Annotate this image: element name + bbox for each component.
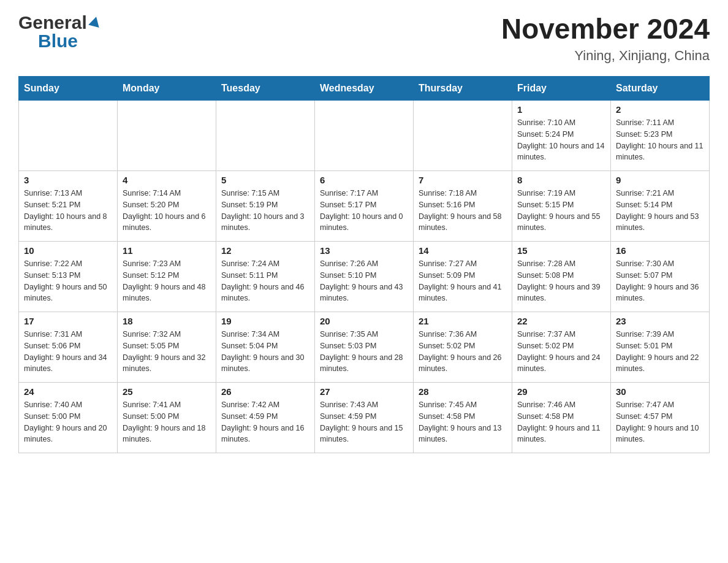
day-info: Sunrise: 7:11 AMSunset: 5:23 PMDaylight:… <box>616 117 704 163</box>
day-info: Sunrise: 7:13 AMSunset: 5:21 PMDaylight:… <box>24 188 112 234</box>
col-tuesday: Tuesday <box>216 77 315 101</box>
cell-4-2: 26 Sunrise: 7:42 AMSunset: 4:59 PMDaylig… <box>216 383 315 453</box>
day-info: Sunrise: 7:42 AMSunset: 4:59 PMDaylight:… <box>221 399 309 445</box>
day-info: Sunrise: 7:30 AMSunset: 5:07 PMDaylight:… <box>616 258 704 304</box>
day-number: 9 <box>616 175 704 185</box>
day-info: Sunrise: 7:47 AMSunset: 4:57 PMDaylight:… <box>616 399 704 445</box>
logo-general-text: General <box>18 12 87 33</box>
day-info: Sunrise: 7:22 AMSunset: 5:13 PMDaylight:… <box>24 258 112 304</box>
week-row-4: 24 Sunrise: 7:40 AMSunset: 5:00 PMDaylig… <box>19 383 710 453</box>
cell-1-1: 4 Sunrise: 7:14 AMSunset: 5:20 PMDayligh… <box>118 171 216 242</box>
cell-3-4: 21 Sunrise: 7:36 AMSunset: 5:02 PMDaylig… <box>414 312 512 383</box>
week-row-3: 17 Sunrise: 7:31 AMSunset: 5:06 PMDaylig… <box>19 312 710 383</box>
cell-2-3: 13 Sunrise: 7:26 AMSunset: 5:10 PMDaylig… <box>315 242 414 312</box>
day-number: 26 <box>221 386 309 397</box>
cell-2-4: 14 Sunrise: 7:27 AMSunset: 5:09 PMDaylig… <box>414 242 512 312</box>
day-number: 3 <box>24 175 112 185</box>
week-row-0: 1 Sunrise: 7:10 AMSunset: 5:24 PMDayligh… <box>19 101 710 171</box>
cell-3-3: 20 Sunrise: 7:35 AMSunset: 5:03 PMDaylig… <box>315 312 414 383</box>
day-info: Sunrise: 7:45 AMSunset: 4:58 PMDaylight:… <box>419 399 507 445</box>
day-info: Sunrise: 7:39 AMSunset: 5:01 PMDaylight:… <box>616 329 704 375</box>
day-info: Sunrise: 7:26 AMSunset: 5:10 PMDaylight:… <box>320 258 408 304</box>
col-thursday: Thursday <box>414 77 512 101</box>
day-info: Sunrise: 7:21 AMSunset: 5:14 PMDaylight:… <box>616 188 704 234</box>
day-info: Sunrise: 7:10 AMSunset: 5:24 PMDaylight:… <box>517 117 605 163</box>
col-friday: Friday <box>512 77 611 101</box>
cell-2-6: 16 Sunrise: 7:30 AMSunset: 5:07 PMDaylig… <box>611 242 710 312</box>
cell-4-6: 30 Sunrise: 7:47 AMSunset: 4:57 PMDaylig… <box>611 383 710 453</box>
logo: General Blue <box>18 12 100 52</box>
day-info: Sunrise: 7:17 AMSunset: 5:17 PMDaylight:… <box>320 188 408 234</box>
cell-2-1: 11 Sunrise: 7:23 AMSunset: 5:12 PMDaylig… <box>118 242 216 312</box>
day-info: Sunrise: 7:18 AMSunset: 5:16 PMDaylight:… <box>419 188 507 234</box>
header: General Blue November 2024 Yining, Xinji… <box>18 12 710 64</box>
day-number: 30 <box>616 386 704 397</box>
week-row-2: 10 Sunrise: 7:22 AMSunset: 5:13 PMDaylig… <box>19 242 710 312</box>
cell-0-3 <box>315 101 414 171</box>
day-number: 27 <box>320 386 408 397</box>
day-number: 28 <box>419 386 507 397</box>
cell-1-5: 8 Sunrise: 7:19 AMSunset: 5:15 PMDayligh… <box>512 171 611 242</box>
cell-2-0: 10 Sunrise: 7:22 AMSunset: 5:13 PMDaylig… <box>19 242 118 312</box>
day-number: 5 <box>221 175 309 185</box>
day-info: Sunrise: 7:28 AMSunset: 5:08 PMDaylight:… <box>517 258 605 304</box>
day-number: 4 <box>123 175 211 185</box>
cell-3-2: 19 Sunrise: 7:34 AMSunset: 5:04 PMDaylig… <box>216 312 315 383</box>
day-number: 16 <box>616 245 704 256</box>
cell-3-6: 23 Sunrise: 7:39 AMSunset: 5:01 PMDaylig… <box>611 312 710 383</box>
cell-0-1 <box>118 101 216 171</box>
cell-3-1: 18 Sunrise: 7:32 AMSunset: 5:05 PMDaylig… <box>118 312 216 383</box>
day-number: 15 <box>517 245 605 256</box>
day-number: 7 <box>419 175 507 185</box>
cell-1-3: 6 Sunrise: 7:17 AMSunset: 5:17 PMDayligh… <box>315 171 414 242</box>
cell-1-6: 9 Sunrise: 7:21 AMSunset: 5:14 PMDayligh… <box>611 171 710 242</box>
day-number: 23 <box>616 316 704 326</box>
cell-0-6: 2 Sunrise: 7:11 AMSunset: 5:23 PMDayligh… <box>611 101 710 171</box>
day-number: 22 <box>517 316 605 326</box>
day-number: 17 <box>24 316 112 326</box>
cell-4-5: 29 Sunrise: 7:46 AMSunset: 4:58 PMDaylig… <box>512 383 611 453</box>
header-row: Sunday Monday Tuesday Wednesday Thursday… <box>19 77 710 101</box>
cell-1-2: 5 Sunrise: 7:15 AMSunset: 5:19 PMDayligh… <box>216 171 315 242</box>
day-number: 18 <box>123 316 211 326</box>
day-info: Sunrise: 7:31 AMSunset: 5:06 PMDaylight:… <box>24 329 112 375</box>
day-number: 24 <box>24 386 112 397</box>
day-number: 13 <box>320 245 408 256</box>
cell-4-1: 25 Sunrise: 7:41 AMSunset: 5:00 PMDaylig… <box>118 383 216 453</box>
day-number: 29 <box>517 386 605 397</box>
calendar-title: November 2024 <box>501 12 710 45</box>
day-info: Sunrise: 7:40 AMSunset: 5:00 PMDaylight:… <box>24 399 112 445</box>
day-number: 8 <box>517 175 605 185</box>
day-info: Sunrise: 7:41 AMSunset: 5:00 PMDaylight:… <box>123 399 211 445</box>
day-info: Sunrise: 7:23 AMSunset: 5:12 PMDaylight:… <box>123 258 211 304</box>
day-number: 2 <box>616 104 704 115</box>
day-number: 10 <box>24 245 112 256</box>
cell-2-2: 12 Sunrise: 7:24 AMSunset: 5:11 PMDaylig… <box>216 242 315 312</box>
day-info: Sunrise: 7:43 AMSunset: 4:59 PMDaylight:… <box>320 399 408 445</box>
week-row-1: 3 Sunrise: 7:13 AMSunset: 5:21 PMDayligh… <box>19 171 710 242</box>
calendar-subtitle: Yining, Xinjiang, China <box>501 48 710 64</box>
cell-0-4 <box>414 101 512 171</box>
cell-2-5: 15 Sunrise: 7:28 AMSunset: 5:08 PMDaylig… <box>512 242 611 312</box>
day-info: Sunrise: 7:32 AMSunset: 5:05 PMDaylight:… <box>123 329 211 375</box>
title-area: November 2024 Yining, Xinjiang, China <box>501 12 710 64</box>
cell-0-0 <box>19 101 118 171</box>
day-info: Sunrise: 7:36 AMSunset: 5:02 PMDaylight:… <box>419 329 507 375</box>
day-number: 14 <box>419 245 507 256</box>
cell-4-4: 28 Sunrise: 7:45 AMSunset: 4:58 PMDaylig… <box>414 383 512 453</box>
col-saturday: Saturday <box>611 77 710 101</box>
day-number: 12 <box>221 245 309 256</box>
day-number: 25 <box>123 386 211 397</box>
day-info: Sunrise: 7:27 AMSunset: 5:09 PMDaylight:… <box>419 258 507 304</box>
col-monday: Monday <box>118 77 216 101</box>
day-number: 1 <box>517 104 605 115</box>
cell-3-5: 22 Sunrise: 7:37 AMSunset: 5:02 PMDaylig… <box>512 312 611 383</box>
cell-3-0: 17 Sunrise: 7:31 AMSunset: 5:06 PMDaylig… <box>19 312 118 383</box>
cell-0-2 <box>216 101 315 171</box>
logo-blue-text: Blue <box>38 31 78 52</box>
logo-triangle-icon <box>88 15 102 28</box>
cell-0-5: 1 Sunrise: 7:10 AMSunset: 5:24 PMDayligh… <box>512 101 611 171</box>
cell-1-0: 3 Sunrise: 7:13 AMSunset: 5:21 PMDayligh… <box>19 171 118 242</box>
day-info: Sunrise: 7:14 AMSunset: 5:20 PMDaylight:… <box>123 188 211 234</box>
day-number: 6 <box>320 175 408 185</box>
